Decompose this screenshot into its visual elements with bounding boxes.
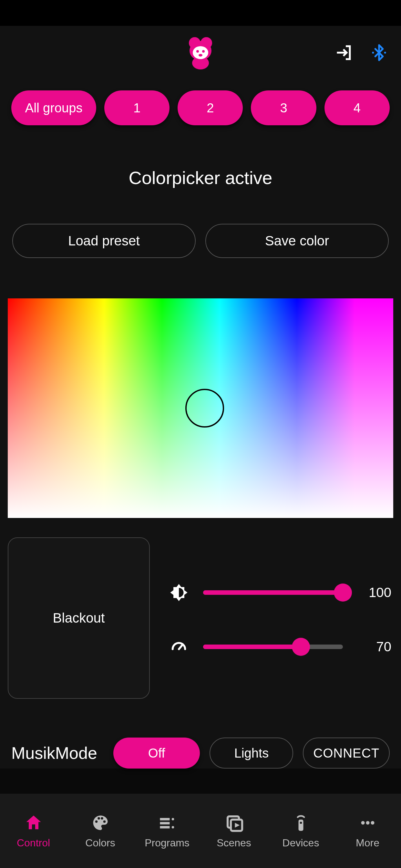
svg-point-23 [371,821,374,825]
status-bar [0,0,401,26]
tab-devices[interactable]: Devices [267,794,334,868]
svg-rect-11 [160,818,169,820]
svg-point-9 [384,52,386,54]
tab-label: Scenes [217,837,251,849]
svg-point-6 [202,50,205,53]
svg-point-14 [172,818,174,820]
remote-icon [291,813,311,833]
scenes-icon [224,813,244,833]
group-pill-2[interactable]: 2 [178,90,243,125]
tab-label: Programs [145,837,189,849]
brightness-value: 100 [356,585,391,600]
svg-point-5 [196,50,199,53]
color-picker-cursor [185,389,224,428]
tab-scenes[interactable]: Scenes [201,794,267,868]
svg-point-21 [361,821,365,825]
tab-label: Control [17,837,50,849]
svg-point-15 [172,826,174,829]
app-logo [183,35,218,71]
monkey-logo-icon [184,37,217,69]
music-mode-row: MusikMode Off Lights CONNECT [0,738,401,769]
svg-point-7 [198,54,203,57]
group-pill-1[interactable]: 1 [104,90,169,125]
app-header [0,32,401,74]
speed-track[interactable] [203,645,343,649]
svg-rect-19 [298,819,303,831]
brightness-track[interactable] [203,590,343,595]
svg-point-4 [193,46,208,59]
bluetooth-icon[interactable] [370,43,388,63]
login-icon[interactable] [335,43,354,64]
app-root: All groups 1 2 3 4 Colorpicker active Lo… [0,26,401,769]
tab-label: Devices [282,837,319,849]
preset-actions: Load preset Save color [0,224,401,258]
tab-more[interactable]: More [334,794,401,868]
color-picker-area[interactable] [8,299,393,518]
svg-point-20 [300,822,302,824]
tab-colors[interactable]: Colors [67,794,134,868]
group-pill-3[interactable]: 3 [251,90,316,125]
load-preset-button[interactable]: Load preset [12,224,196,258]
tab-control[interactable]: Control [0,794,67,868]
group-pill-all[interactable]: All groups [11,90,96,125]
home-icon [24,813,43,833]
more-icon [358,813,377,833]
page-title: Colorpicker active [0,167,401,188]
music-lights-button[interactable]: Lights [210,738,293,769]
controls-row: Blackout 100 [0,537,401,699]
svg-rect-13 [160,826,169,829]
brightness-icon [167,583,190,602]
svg-point-22 [366,821,369,825]
palette-icon [91,813,110,833]
svg-point-8 [372,52,374,54]
speed-value: 70 [356,639,391,655]
svg-rect-12 [160,822,169,825]
blackout-button[interactable]: Blackout [8,537,150,699]
sliders: 100 70 [167,537,391,699]
brightness-slider: 100 [167,583,391,602]
group-selector: All groups 1 2 3 4 [0,74,401,125]
tab-label: More [356,837,379,849]
music-connect-button[interactable]: CONNECT [303,738,390,769]
bottom-tab-bar: Control Colors Programs Scenes Devices M… [0,794,401,868]
tab-label: Colors [85,837,115,849]
speed-slider: 70 [167,638,391,656]
list-icon [158,813,177,833]
music-mode-label: MusikMode [11,743,97,763]
music-off-button[interactable]: Off [113,738,200,769]
tab-programs[interactable]: Programs [134,794,201,868]
group-pill-4[interactable]: 4 [325,90,390,125]
speed-icon [167,638,190,656]
save-color-button[interactable]: Save color [205,224,389,258]
